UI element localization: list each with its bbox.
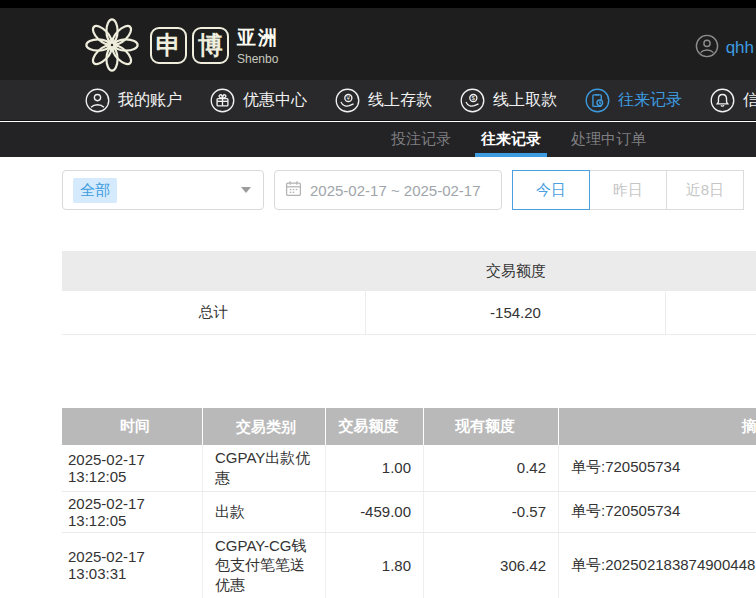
col-header-amount: 交易额度 xyxy=(326,408,424,445)
nav-item-withdraw[interactable]: $ 线上取款 xyxy=(460,88,557,113)
tab-label: 处理中订单 xyxy=(571,130,646,149)
nav-label: 线上取款 xyxy=(493,90,557,111)
category-selected-value: 全部 xyxy=(73,178,117,203)
logo-bar: 申 博 亚洲 Shenbo qhh xyxy=(0,8,756,80)
brand-logo[interactable]: 申 博 亚洲 Shenbo xyxy=(84,18,279,72)
cell-balance: 0.42 xyxy=(424,445,559,491)
table-row: 2025-02-17 13:12:05 出款 -459.00 -0.57 单号:… xyxy=(62,492,756,533)
main-nav: 我的账户 优惠中心 ¥ 线上存款 $ xyxy=(0,80,756,121)
cell-balance: 306.42 xyxy=(424,533,559,598)
user-account[interactable]: qhh xyxy=(695,34,756,62)
cell-type: 出款 xyxy=(203,492,326,532)
summary-total-value: -154.20 xyxy=(366,291,666,334)
table-row: 2025-02-17 13:03:31 CGPAY-CG钱包支付笔笔送优惠 1.… xyxy=(62,533,756,598)
summary-table: 交易额度 总计 -154.20 xyxy=(62,251,756,335)
tab-label: 往来记录 xyxy=(481,130,541,149)
tab-label: 投注记录 xyxy=(391,130,451,149)
tab-bet-records[interactable]: 投注记录 xyxy=(388,122,454,157)
flower-logo-icon xyxy=(84,18,140,72)
transactions-header-row: 时间 交易类别 交易额度 现有额度 摘要 xyxy=(62,408,756,445)
cell-summary: 单号:720505734 xyxy=(559,492,756,532)
cell-time: 2025-02-17 13:03:31 xyxy=(62,533,203,598)
nav-label: 往来记录 xyxy=(618,90,682,111)
cell-time: 2025-02-17 13:12:05 xyxy=(62,492,203,532)
nav-item-records[interactable]: 往来记录 xyxy=(585,88,682,113)
summary-total-row: 总计 -154.20 xyxy=(62,291,756,335)
col-header-time: 时间 xyxy=(62,408,203,445)
col-header-balance: 现有额度 xyxy=(424,408,559,445)
cell-amount: 1.80 xyxy=(326,533,424,598)
svg-text:$: $ xyxy=(472,94,476,101)
transactions-table: 时间 交易类别 交易额度 现有额度 摘要 2025-02-17 13:12:05… xyxy=(62,408,756,598)
top-black-strip xyxy=(0,0,756,8)
today-button[interactable]: 今日 xyxy=(512,170,590,210)
brand-char-shen: 申 xyxy=(150,27,187,64)
quick-date-buttons: 今日 昨日 近8日 xyxy=(512,170,744,210)
cell-type: CGPAY出款优惠 xyxy=(203,445,326,491)
calendar-icon xyxy=(285,180,302,201)
table-row: 2025-02-17 13:12:05 CGPAY出款优惠 1.00 0.42 … xyxy=(62,445,756,492)
category-select[interactable]: 全部 xyxy=(62,170,264,210)
username-text[interactable]: qhh xyxy=(726,38,754,58)
user-icon xyxy=(85,88,110,113)
cell-balance: -0.57 xyxy=(424,492,559,532)
summary-total-label: 总计 xyxy=(62,291,366,334)
svg-text:¥: ¥ xyxy=(347,94,351,101)
nav-label: 信 xyxy=(743,90,756,111)
user-avatar-icon xyxy=(695,34,719,62)
cell-amount: -459.00 xyxy=(326,492,424,532)
withdraw-icon: $ xyxy=(460,88,485,113)
brand-region-en: Shenbo xyxy=(237,52,279,66)
nav-item-deposit[interactable]: ¥ 线上存款 xyxy=(335,88,432,113)
nav-label: 我的账户 xyxy=(118,90,182,111)
nav-item-promotions[interactable]: 优惠中心 xyxy=(210,88,307,113)
cell-amount: 1.00 xyxy=(326,445,424,491)
last-8-days-button[interactable]: 近8日 xyxy=(666,170,744,210)
date-range-value: 2025-02-17 ~ 2025-02-17 xyxy=(310,182,481,199)
brand-region: 亚洲 Shenbo xyxy=(237,25,279,66)
filter-row: 全部 2025-02-17 ~ 2025-02-17 今日 昨日 近8日 xyxy=(0,170,756,210)
subnav-tabs: 投注记录 往来记录 处理中订单 xyxy=(0,122,756,157)
cell-type: CGPAY-CG钱包支付笔笔送优惠 xyxy=(203,533,326,598)
nav-item-messages[interactable]: 信 xyxy=(710,88,756,113)
deposit-icon: ¥ xyxy=(335,88,360,113)
date-range-input[interactable]: 2025-02-17 ~ 2025-02-17 xyxy=(274,170,502,210)
active-tab-underline xyxy=(475,153,547,157)
tab-transaction-records[interactable]: 往来记录 xyxy=(475,122,547,157)
col-header-summary: 摘要 xyxy=(559,408,756,445)
bell-icon xyxy=(710,88,735,113)
records-icon xyxy=(585,88,610,113)
nav-label: 优惠中心 xyxy=(243,90,307,111)
chevron-down-icon xyxy=(241,187,251,193)
cell-time: 2025-02-17 13:12:05 xyxy=(62,445,203,491)
cell-summary: 单号:720505734 xyxy=(559,445,756,491)
tab-pending-orders[interactable]: 处理中订单 xyxy=(568,122,649,157)
summary-header-row: 交易额度 xyxy=(62,251,756,291)
cell-summary: 单号:202502183874900448 xyxy=(559,533,756,598)
brand-char-bo: 博 xyxy=(192,27,229,64)
col-header-type: 交易类别 xyxy=(203,408,326,445)
nav-label: 线上存款 xyxy=(368,90,432,111)
summary-header-amount: 交易额度 xyxy=(366,262,666,281)
yesterday-button[interactable]: 昨日 xyxy=(589,170,667,210)
nav-item-my-account[interactable]: 我的账户 xyxy=(85,88,182,113)
brand-region-cn: 亚洲 xyxy=(237,25,279,51)
gift-icon xyxy=(210,88,235,113)
